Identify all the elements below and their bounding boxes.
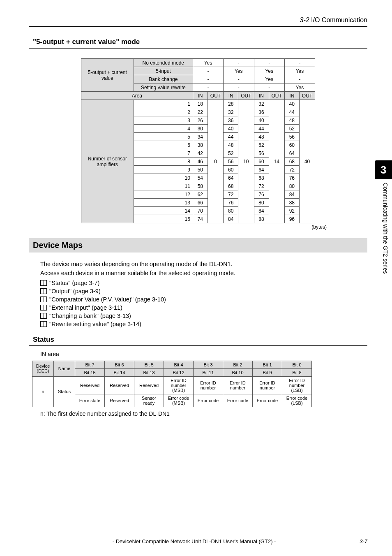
in-value: 32 [254, 100, 269, 108]
in-value: 22 [193, 108, 208, 116]
sensor-n: 15 [134, 215, 193, 223]
bit-header: Bit 13 [134, 368, 164, 376]
book-icon [40, 280, 47, 286]
sensor-n: 10 [134, 174, 193, 182]
bit-header: Bit 2 [223, 361, 253, 368]
opt-label: Setting value rewrite [134, 83, 193, 92]
in-value: 68 [284, 158, 299, 166]
in-value: 84 [284, 190, 299, 199]
sensor-n: 8 [134, 158, 193, 166]
status-cell: Sensor ready [134, 394, 164, 407]
in-value: 34 [193, 133, 208, 141]
in-value: 56 [284, 133, 299, 141]
status-cell: Error ID number (LSB) [282, 376, 312, 394]
bit-header: Bit 5 [134, 361, 164, 368]
in-value: 64 [224, 174, 238, 182]
in-value: 60 [254, 158, 269, 166]
in-value: 80 [254, 199, 269, 207]
in-value: 68 [224, 182, 238, 190]
page-header: 3-2 I/O Communication [29, 16, 367, 24]
status-cell: Error code [253, 394, 282, 407]
reference-link[interactable]: "Comparator Value (P.V. Value)" (page 3-… [40, 296, 367, 303]
in-value: 56 [254, 149, 269, 158]
reference-link[interactable]: "Output" (page 3-9) [40, 288, 367, 294]
book-icon [40, 288, 47, 294]
in-value: 26 [193, 116, 208, 125]
reference-text: "Changing a bank" (page 3-13) [49, 313, 131, 319]
device-header: Device (DEC) [32, 361, 54, 376]
name-header: Name [54, 361, 75, 376]
opt-val: Yes [284, 67, 315, 75]
in-value: 70 [193, 207, 208, 215]
reference-link[interactable]: "External input" (page 3-11) [40, 304, 367, 311]
status-cell: Error state [75, 394, 105, 407]
mode-row-label: 5-output + current value [81, 59, 134, 92]
bit-header: Bit 4 [164, 361, 194, 368]
bit-header: Bit 12 [164, 368, 194, 376]
in-value: 28 [224, 100, 238, 108]
in-value: 80 [284, 182, 299, 190]
bit-header: Bit 15 [75, 368, 105, 376]
opt-val: Yes [254, 75, 284, 83]
status-heading: Status [33, 336, 367, 344]
reference-link[interactable]: "Rewrite setting value" (page 3-14) [40, 321, 367, 327]
status-cell: Error ID number [253, 376, 282, 394]
mode-heading-rule [29, 48, 367, 49]
in-value: 58 [193, 182, 208, 190]
status-cell: Error code (LSB) [282, 394, 312, 407]
in-value: 80 [224, 207, 238, 215]
in-value: 52 [254, 141, 269, 149]
opt-val: - [254, 83, 284, 92]
in-value: 44 [284, 108, 299, 116]
opt-val: - [284, 59, 315, 67]
status-footnote: n: The first device number assigned to t… [40, 410, 367, 417]
in-value: 36 [224, 116, 238, 125]
io-header: OUT [269, 92, 284, 100]
io-header: IN [224, 92, 238, 100]
reference-text: "External input" (page 3-11) [49, 304, 122, 311]
in-value: 66 [193, 199, 208, 207]
page-footer: - DeviceNet Compatible Network Unit DL-D… [29, 538, 367, 544]
reference-link[interactable]: "Changing a bank" (page 3-13) [40, 313, 367, 319]
in-value: 50 [193, 166, 208, 174]
out-value: 10 [238, 100, 254, 223]
bit-header: Bit 14 [105, 368, 134, 376]
sensor-n: 14 [134, 207, 193, 215]
in-value: 18 [193, 100, 208, 108]
io-header: IN [193, 92, 208, 100]
in-value: 36 [254, 108, 269, 116]
opt-label: No extended mode [134, 59, 193, 67]
status-table: Device (DEC) Name Bit 7 Bit 6 Bit 5 Bit … [32, 361, 312, 407]
status-cell: Error ID number [223, 376, 253, 394]
out-value: 0 [208, 100, 223, 223]
io-header: OUT [299, 92, 315, 100]
in-value: 52 [224, 149, 238, 158]
bit-header: Bit 0 [282, 361, 312, 368]
opt-val: - [193, 83, 223, 92]
sensor-n: 12 [134, 190, 193, 199]
opt-val: - [193, 75, 223, 83]
device-maps-line2: Access each device in a manner suitable … [40, 269, 367, 278]
in-value: 40 [284, 100, 299, 108]
bit-header: Bit 6 [105, 361, 134, 368]
bit-header: Bit 7 [75, 361, 105, 368]
status-cell: Error code (MSB) [164, 394, 194, 407]
in-value: 44 [254, 125, 269, 133]
reference-text: "Output" (page 3-9) [49, 288, 101, 294]
sensor-n: 1 [134, 100, 193, 108]
footer-manual: - DeviceNet Compatible Network Unit DL-D… [113, 538, 276, 544]
in-value: 46 [193, 158, 208, 166]
in-value: 48 [254, 133, 269, 141]
io-header: IN [284, 92, 299, 100]
opt-val: - [224, 75, 254, 83]
section-title: I/O Communication [311, 16, 367, 23]
sensor-n: 9 [134, 166, 193, 174]
header-rule [29, 26, 367, 27]
reference-link[interactable]: "Status" (page 3-7) [40, 280, 367, 286]
footer-page: 3-7 [360, 538, 367, 544]
sensor-n: 7 [134, 149, 193, 158]
bit-header: Bit 10 [223, 368, 253, 376]
sensor-n: 4 [134, 125, 193, 133]
sensor-label: Number of sensor amplifiers [81, 100, 134, 223]
in-value: 88 [284, 199, 299, 207]
